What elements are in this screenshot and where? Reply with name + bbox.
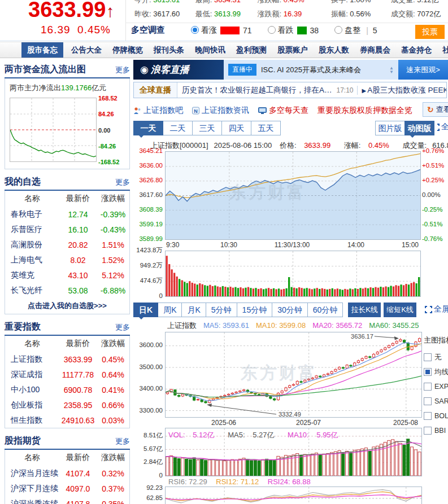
radio-icon[interactable] <box>334 26 342 34</box>
stretch-kline-button[interactable]: 拉长K线 <box>348 303 381 317</box>
radio-selected-icon[interactable] <box>191 26 199 34</box>
axis-label: -0.25% <box>422 206 442 213</box>
watchlist-footer-link[interactable]: 点击进入我的自选股>>> <box>5 298 129 314</box>
axis-label: 474.6万 <box>140 277 163 284</box>
axis-label: 3600.00 <box>139 341 163 349</box>
tab-图片版[interactable]: 图片版 <box>375 121 405 135</box>
futures-title: 股指期货 <box>5 435 41 447</box>
news-ticker: 全球直播 历史首次！农业银行超越工商银行，排在A… 17:10 ▶A股三大指数收… <box>133 82 447 98</box>
indicator-option-BBI[interactable]: BBI <box>424 423 448 438</box>
watchlist-more-link[interactable]: 更多 <box>115 177 130 187</box>
pledge-data-link[interactable]: 重要股东股权质押数据全览 <box>317 106 412 116</box>
tab-二天[interactable]: 二天 <box>163 121 193 135</box>
stat-item: 涨跌幅: 0.45% <box>258 0 332 5</box>
live-cta-button[interactable]: 速来围观> <box>398 60 448 80</box>
fullscreen-button[interactable]: 全屏 <box>432 122 448 132</box>
vote-flat-radio[interactable]: 盘整 <box>334 25 360 36</box>
rsi-header: RSI6: 72.29 RSI12: 71.12 RSI24: 68.88 <box>168 477 317 486</box>
tab-30分钟[interactable]: 30分钟 <box>272 303 308 317</box>
index-bar-link[interactable]: 上证指数吧 <box>133 106 183 116</box>
table-row[interactable]: 长飞光纤53.08-6.88% <box>5 283 129 298</box>
indicator-panel: 主图指标 无均线EXPMASARBOLLBBI <box>424 335 448 438</box>
spinner-arrows-icon[interactable]: ▲▼ <box>389 66 394 74</box>
indicator-option-SAR[interactable]: SAR <box>424 394 448 409</box>
nav-item[interactable]: 公告大全 <box>68 42 105 58</box>
tab-周K[interactable]: 周K <box>158 303 182 317</box>
table-row[interactable]: 沪深下月连续4097.00.37% <box>5 481 129 496</box>
tab-15分钟[interactable]: 15分钟 <box>237 303 273 317</box>
radio-icon[interactable] <box>268 26 276 34</box>
intraday-volume-chart[interactable] <box>165 251 421 297</box>
vote-up-radio[interactable]: 看涨 <box>191 25 217 36</box>
checkbox-icon[interactable] <box>424 353 432 361</box>
nav-item[interactable]: 股东人数 <box>316 42 352 58</box>
nav-item[interactable]: 报刊头条 <box>151 42 187 58</box>
table-row[interactable]: 创业板指2358.950.66% <box>5 397 129 413</box>
tab-三天[interactable]: 三天 <box>192 121 222 135</box>
ticker-headline[interactable]: 历史首次！农业银行超越工商银行，排在A… <box>177 85 337 95</box>
poll-daily-link[interactable]: 多空每天查 <box>258 106 308 116</box>
checkbox-icon[interactable] <box>424 427 432 435</box>
table-row[interactable]: 上证指数3633.990.45% <box>5 352 129 367</box>
checkbox-icon[interactable] <box>424 383 432 391</box>
table-row[interactable]: 沪深当月连续4107.40.32% <box>5 466 129 481</box>
ticker-secondary[interactable]: ▶A股三大指数收涨 PEEK材料大涨 <box>358 85 447 95</box>
indicator-option-BOLL[interactable]: BOLL <box>424 409 448 423</box>
checkbox-icon[interactable] <box>424 412 432 420</box>
axis-label: 3626.80 <box>139 177 163 184</box>
tab-五天[interactable]: 五天 <box>251 121 281 135</box>
time-chart[interactable] <box>165 151 421 240</box>
vote-down-radio[interactable]: 看跌 <box>268 25 294 36</box>
kline-chart[interactable]: 3636.173332.49 <box>165 332 422 418</box>
tab-四天[interactable]: 四天 <box>221 121 251 135</box>
live-title[interactable]: ISC. AI 2025开幕式及未来峰会 <box>261 65 361 75</box>
quick-links: 上证指数吧 N 上证指数资讯 多空每天查 重要股东股权质押数据全览 ↻查看最新 <box>133 104 448 117</box>
nav-item[interactable]: 股票账户 <box>275 42 311 58</box>
futures-more-link[interactable]: 更多 <box>115 436 130 446</box>
table-row[interactable]: 乐普医疗16.10-0.43% <box>5 222 129 237</box>
bull-bar <box>220 27 240 34</box>
indicator-option-EXPMA[interactable]: EXPMA <box>424 379 448 394</box>
tab-60分钟[interactable]: 60分钟 <box>307 303 343 317</box>
index-news-link[interactable]: N 上证指数资讯 <box>192 106 249 116</box>
nav-item[interactable]: 股市备忘 <box>21 42 63 58</box>
table-row[interactable]: 深证成指11177.780.64% <box>5 367 129 382</box>
nav-item[interactable]: 券商晨会 <box>357 42 393 58</box>
table-row[interactable]: 沪深当季连续4107.80.35% <box>5 496 129 504</box>
tab-动图版[interactable]: 动图版 <box>404 121 434 135</box>
axis-label: 3400.00 <box>139 385 163 392</box>
live-banner[interactable]: ◉浪客直播 直播中 ISC. AI 2025开幕式及未来峰会 ▲▼ 速来围观> <box>133 60 448 80</box>
table-row[interactable]: 春秋电子12.74-0.39% <box>5 207 129 222</box>
indices-more-link[interactable]: 更多 <box>115 322 130 332</box>
nav-item[interactable]: 盈利预测 <box>233 42 269 58</box>
checkbox-icon[interactable] <box>424 368 432 376</box>
divider <box>125 0 126 41</box>
nav-item[interactable]: 社保持仓 <box>440 42 448 58</box>
x-axis-label: 10:30 <box>220 241 237 249</box>
table-row[interactable]: 英维克43.105.12% <box>5 268 129 283</box>
vote-button[interactable]: 投票 <box>415 25 445 39</box>
fundflow-more-link[interactable]: 更多 <box>115 65 130 75</box>
tab-5分钟[interactable]: 5分钟 <box>206 303 237 317</box>
nav-item[interactable]: 晚间快讯 <box>192 42 228 58</box>
tab-一天[interactable]: 一天 <box>133 121 163 135</box>
table-row[interactable]: 恒生指数24910.630.03% <box>5 413 129 428</box>
table-row[interactable]: 高澜股份20.821.51% <box>5 237 129 252</box>
indicator-option-无[interactable]: 无 <box>424 350 448 365</box>
caret-right-icon: ▶ <box>362 87 367 94</box>
table-row[interactable]: 中小1006900.780.41% <box>5 382 129 397</box>
fundflow-chart[interactable] <box>10 98 97 162</box>
nav-item[interactable]: 停牌概览 <box>110 42 146 58</box>
rsi-y-label: 62.85 <box>133 494 163 501</box>
refresh-latest-button[interactable]: ↻查看最新 <box>423 102 448 117</box>
kline-fullscreen-button[interactable]: 全屏 <box>425 304 448 314</box>
rsi-chart[interactable] <box>165 487 422 504</box>
checkbox-icon[interactable] <box>424 397 432 405</box>
indicator-option-均线[interactable]: 均线 <box>424 365 448 379</box>
shrink-kline-button[interactable]: 缩短K线 <box>384 303 416 317</box>
table-row[interactable]: 上海电气8.021.52% <box>5 252 129 268</box>
x-axis-label: 2025-07 <box>296 419 321 427</box>
tab-日K[interactable]: 日K <box>133 303 158 317</box>
nav-item[interactable]: 基金持仓 <box>398 42 434 58</box>
tab-月K[interactable]: 月K <box>181 303 206 317</box>
